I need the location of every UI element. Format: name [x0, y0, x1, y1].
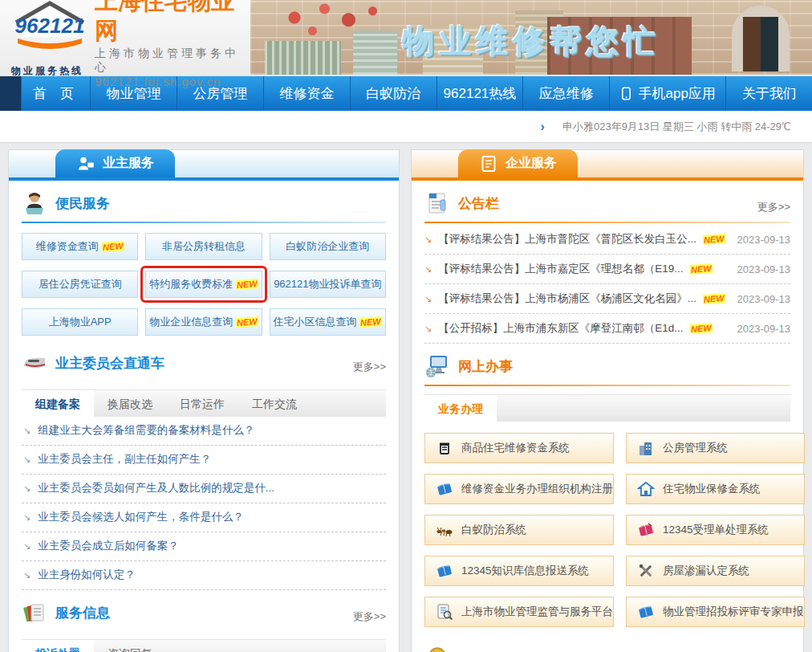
nav-item[interactable]: 应急维修 — [522, 76, 609, 111]
tab-enterprise-services[interactable]: 企业服务 — [458, 149, 578, 177]
new-badge: NEW — [703, 293, 725, 304]
arrow-bullet-icon: ↘ — [424, 234, 432, 245]
site-logo: 962121 物业服务热线 上海住宅物业网 上海市物业管理事务中心 962121… — [0, 0, 250, 76]
main-content: 业主服务 便民服务 维修资金查询 NEW 非居公房转租信息 — [0, 143, 812, 652]
service-info-tab[interactable]: 咨询回复 — [94, 640, 166, 652]
announcement-date: 2023-09-13 — [737, 293, 791, 305]
svg-text:962121: 962121 — [15, 14, 85, 38]
tab-owner-services[interactable]: 业主服务 — [55, 149, 175, 177]
system-button[interactable]: 上海市物业管理监管与服务平台 — [424, 597, 614, 627]
system-button[interactable]: 房屋渗漏认定系统 — [626, 556, 805, 586]
convenience-button[interactable]: 白蚁防治企业查询 — [270, 233, 386, 260]
site-url: 962121.fgj.sh.gov.cn — [95, 75, 250, 90]
committee-tab[interactable]: 日常运作 — [166, 390, 238, 417]
announcement-list: ↘ 【评标结果公告】上海市普陀区《普陀区长发白玉公... NEW 2023-09… — [424, 225, 790, 344]
new-badge: NEW — [236, 279, 258, 290]
weather-marquee-arrow-icon: › — [540, 119, 545, 135]
nav-item[interactable]: 维修资金 — [263, 76, 350, 111]
convenience-button[interactable]: 上海物业APP — [22, 308, 138, 336]
system-button[interactable]: 白蚁防治系统 — [424, 515, 614, 545]
nav-item[interactable]: 962121热线 — [436, 76, 523, 111]
enterprise-services-panel: 企业服务 公告栏 更多>> ↘ 【评标结果公告】上海市普陀区《普陀区长发白玉公.… — [411, 149, 804, 652]
system-button-grid: 商品住宅维修资金系统 公房管理系统 维修资金业务办理组织机构注册 住宅物业保修金… — [424, 433, 790, 627]
computer-icon — [424, 353, 450, 379]
committee-title: 业主委员会直通车 — [55, 354, 164, 373]
receptionist-icon — [22, 190, 47, 216]
question-link[interactable]: ↘ 业主委员会主任，副主任如何产生？ — [22, 446, 386, 475]
system-button[interactable]: 公房管理系统 — [626, 433, 805, 463]
committee-tabbar: 组建备案 换届改选 日常运作 工作交流 — [22, 389, 386, 417]
new-badge: NEW — [689, 263, 712, 275]
announcement-link[interactable]: ↘ 【评标结果公告】上海市普陀区《普陀区长发白玉公... NEW 2023-09… — [424, 225, 790, 255]
system-button[interactable]: 住宅物业保修金系统 — [626, 474, 805, 504]
blue-book-icon — [436, 562, 453, 580]
nav-item[interactable]: 关于我们 — [725, 76, 812, 111]
nav-item[interactable]: 白蚁防治 — [350, 76, 436, 111]
documents-icon — [22, 600, 47, 626]
service-info-section-header: 服务信息 更多>> — [9, 590, 399, 631]
announcement-title: 公告栏 — [458, 194, 499, 213]
announcement-link[interactable]: ↘ 【公开招标】上海市浦东新区《摩登江南邨（E1d... NEW 2023-09… — [424, 314, 790, 344]
weather-text: 申小雅023年9月13日 星期三 小雨 转中雨 24-29℃ — [562, 120, 791, 134]
nav-item[interactable]: 手机app应用 — [609, 76, 725, 111]
new-badge: NEW — [236, 316, 258, 328]
owner-services-panel: 业主服务 便民服务 维修资金查询 NEW 非居公房转租信息 — [8, 149, 400, 652]
business-tab[interactable]: 业务办理 — [424, 395, 497, 422]
train-icon — [22, 350, 47, 376]
announcement-link[interactable]: ↘ 【评标结果公告】上海市嘉定区《理想名都（E19... NEW 2023-09… — [424, 255, 790, 284]
arrow-bullet-icon: ↘ — [424, 324, 432, 334]
arrow-bullet-icon: ↘ — [23, 541, 30, 552]
announcement-date: 2023-09-13 — [737, 263, 791, 275]
new-badge: NEW — [703, 234, 725, 245]
question-link[interactable]: ↘ 业主委员会成立后如何备案？ — [22, 532, 386, 561]
nav-left-edge — [0, 76, 21, 111]
convenience-button[interactable]: 维修资金查询 NEW — [22, 233, 138, 260]
convenience-section-header: 便民服务 — [9, 181, 399, 222]
owner-person-icon — [76, 154, 95, 173]
site-subtitle: 上海市物业管理事务中心 — [95, 47, 250, 75]
arrow-bullet-icon: ↘ — [424, 294, 432, 304]
committee-tab[interactable]: 组建备案 — [22, 390, 94, 417]
smartphone-icon — [619, 87, 633, 100]
convenience-button[interactable]: 962121物业投诉单查询 — [270, 271, 386, 298]
nav-item[interactable]: 首 页 — [21, 76, 90, 111]
announcement-date: 2023-09-13 — [737, 323, 791, 335]
online-services-title: 网上办事 — [458, 357, 513, 376]
banner-image: 物业维修帮您忙 — [250, 0, 812, 75]
convenience-button[interactable]: 住宅小区信息查询 NEW — [270, 308, 386, 336]
convenience-button[interactable]: 居住公房凭证查询 — [22, 271, 138, 298]
system-button[interactable]: 维修资金业务办理组织机构注册 — [424, 474, 614, 504]
weather-bar: › 申小雅023年9月13日 星期三 小雨 转中雨 24-29℃ — [0, 111, 812, 143]
announcement-link[interactable]: ↘ 【评标结果公告】上海市杨浦区《杨浦区文化名园》... NEW 2023-09… — [424, 284, 790, 314]
committee-tab[interactable]: 工作交流 — [238, 390, 311, 417]
committee-more-link[interactable]: 更多>> — [353, 360, 386, 374]
blue-book-icon — [637, 603, 655, 621]
online-services-section-header: 网上办事 — [412, 344, 803, 385]
962121-house-logo-icon: 962121 — [11, 0, 88, 61]
convenience-button[interactable]: 非居公房转租信息 — [145, 233, 262, 260]
service-info-tab[interactable]: 投诉处置 — [22, 640, 94, 652]
question-link[interactable]: ↘ 业主委员会委员如何产生及人数比例的规定是什... — [22, 475, 386, 503]
service-info-more-link[interactable]: 更多>> — [353, 609, 386, 624]
question-link[interactable]: ↘ 组建业主大会筹备组需要的备案材料是什么？ — [22, 417, 386, 446]
question-link[interactable]: ↘ 业主身份如何认定？ — [22, 561, 386, 590]
system-button[interactable]: 12345受理单处理系统 — [626, 515, 805, 545]
ant-icon — [436, 521, 453, 539]
new-badge: NEW — [359, 316, 382, 328]
announcement-more-link[interactable]: 更多>> — [757, 200, 790, 214]
logo-hotline-text: 物业服务热线 — [11, 64, 88, 78]
system-button[interactable]: 物业管理招投标评审专家申报 — [626, 597, 805, 627]
credit-section-header: 1 企业信用 更多>> — [412, 637, 803, 652]
convenience-button[interactable]: 特约服务收费标准 NEW — [145, 271, 262, 298]
convenience-title: 便民服务 — [55, 194, 110, 213]
arrow-bullet-icon: ↘ — [23, 454, 30, 465]
committee-tab[interactable]: 换届改选 — [94, 390, 166, 417]
question-link[interactable]: ↘ 业主委员会候选人如何产生，条件是什么？ — [22, 503, 386, 532]
system-button[interactable]: 12345知识库信息报送系统 — [424, 556, 614, 586]
system-button[interactable]: 商品住宅维修资金系统 — [424, 433, 614, 463]
committee-section-header: 业主委员会直通车 更多>> — [9, 340, 399, 381]
business-tabbar: 业务办理 — [424, 394, 790, 422]
tools-icon — [637, 562, 655, 580]
convenience-button[interactable]: 物业企业信息查询 NEW — [145, 308, 262, 336]
doc-search-icon — [436, 603, 453, 621]
